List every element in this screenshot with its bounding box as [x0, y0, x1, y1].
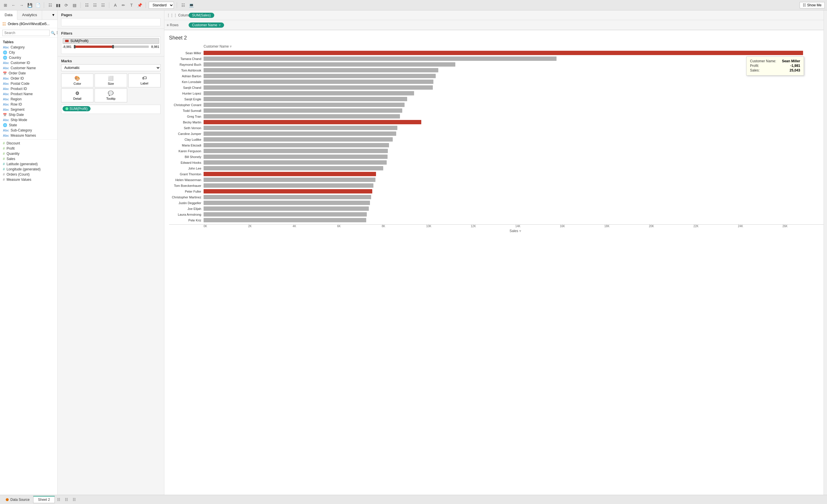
save-icon[interactable]: 💾: [27, 2, 33, 8]
sales-sort-icon[interactable]: ▿: [519, 229, 521, 233]
field-measure-names[interactable]: Abc Measure Names: [0, 133, 57, 138]
field-order-date[interactable]: 📅 Order Date: [0, 71, 57, 76]
export-sheet-icon[interactable]: ☷: [70, 497, 78, 503]
field-ship-date[interactable]: 📅 Ship Date: [0, 112, 57, 117]
duplicate-sheet-icon[interactable]: ☷: [62, 497, 70, 503]
field-product-name[interactable]: Abc Product Name: [0, 91, 57, 97]
bar-row[interactable]: Caroline Jumper: [169, 131, 827, 136]
highlight-icon[interactable]: ☷: [100, 2, 106, 8]
marks-size-btn[interactable]: ⬜ Size: [95, 73, 127, 87]
grid-icon[interactable]: ⊞: [2, 2, 9, 8]
marks-detail-btn[interactable]: ⚙ Detail: [61, 89, 93, 102]
bar-row[interactable]: Christopher Conant: [169, 102, 827, 108]
marks-label-btn[interactable]: 🏷 Label: [128, 73, 161, 87]
bar-row[interactable]: Raymond Buch: [169, 62, 827, 67]
field-orders-count[interactable]: # Orders (Count): [0, 172, 57, 177]
new-ds-icon[interactable]: ☷: [47, 2, 53, 8]
field-longitude[interactable]: # Longitude (generated): [0, 167, 57, 172]
bar-row[interactable]: Todd Sumrall: [169, 108, 827, 113]
data-source-tab[interactable]: Data Source: [2, 497, 33, 503]
save-as-icon[interactable]: 📄: [35, 2, 41, 8]
pause-icon[interactable]: ▮▮: [55, 2, 61, 8]
bar-row[interactable]: Ken Lonsdale: [169, 79, 827, 85]
tab-data[interactable]: Data: [0, 10, 17, 20]
bar-row[interactable]: Maria Etezadi: [169, 142, 827, 148]
bar-row[interactable]: Bill Shonely: [169, 154, 827, 159]
bar-row[interactable]: Edward Hooks: [169, 160, 827, 165]
bar-row[interactable]: Pete Kriz: [169, 217, 827, 223]
field-latitude[interactable]: # Latitude (generated): [0, 161, 57, 167]
standard-dropdown[interactable]: Standard: [149, 2, 174, 9]
bar-row[interactable]: Tom Boeckenhauer: [169, 183, 827, 188]
filter-right-handle[interactable]: [112, 45, 114, 48]
marks-profit-pill[interactable]: SUM(Profit): [62, 106, 91, 111]
add-sheet-icon[interactable]: ☷: [55, 497, 62, 503]
marks-tooltip-btn[interactable]: 💬 Tooltip: [95, 89, 127, 102]
sort-icon[interactable]: ☷: [92, 2, 98, 8]
bar-row[interactable]: Joe Elijah: [169, 206, 827, 211]
bar-row[interactable]: Sanjit Chand: [169, 85, 827, 90]
rows-pill[interactable]: Customer Name ▿: [189, 22, 224, 28]
search-input[interactable]: [2, 30, 50, 36]
field-row-id[interactable]: Abc Row ID: [0, 102, 57, 107]
field-measure-values[interactable]: # Measure Values: [0, 177, 57, 182]
duplicate-icon[interactable]: ▤: [71, 2, 78, 8]
columns-pill[interactable]: SUM(Sales): [189, 13, 214, 18]
bar-row[interactable]: Greg Tran: [169, 114, 827, 119]
bar-row[interactable]: Sanjit Engle: [169, 96, 827, 102]
bar-row[interactable]: Tamara Chand: [169, 56, 827, 61]
field-product-id[interactable]: Abc Product ID: [0, 86, 57, 91]
bar-row[interactable]: Helen Wasserman: [169, 177, 827, 183]
field-discount[interactable]: # Discount: [0, 141, 57, 146]
forward-icon[interactable]: →: [18, 2, 25, 8]
pin-icon[interactable]: 📌: [136, 2, 143, 8]
show-me-button[interactable]: ☷ Show Me: [799, 2, 825, 8]
field-region[interactable]: Abc Region: [0, 97, 57, 102]
left-tab-dropdown[interactable]: ▼: [49, 10, 57, 19]
bar-row[interactable]: John Lee: [169, 165, 827, 171]
field-state[interactable]: 🌐 State: [0, 122, 57, 128]
filter-pill-profit[interactable]: SUM(Profit): [62, 38, 159, 44]
field-order-id[interactable]: Abc Order ID: [0, 76, 57, 81]
tab-analytics[interactable]: Analytics: [17, 10, 42, 19]
annotation-icon[interactable]: ✏: [120, 2, 127, 8]
layout-icon[interactable]: ☷: [180, 2, 186, 8]
field-profit[interactable]: # Profit: [0, 146, 57, 151]
field-postal-code[interactable]: Abc Postal Code: [0, 81, 57, 86]
field-sales[interactable]: # Sales: [0, 156, 57, 161]
bar-row[interactable]: Tom Ashbrook: [169, 67, 827, 73]
customer-name-sort-icon[interactable]: ▿: [230, 44, 232, 48]
bar-row[interactable]: Laura Armstrong: [169, 212, 827, 217]
field-quantity[interactable]: # Quantity: [0, 151, 57, 156]
sheet2-tab[interactable]: Sheet 2: [33, 496, 55, 503]
marks-color-btn[interactable]: 🎨 Color: [61, 73, 93, 87]
field-category[interactable]: Abc Category: [0, 45, 57, 50]
bar-row[interactable]: Becky Martin: [169, 119, 827, 125]
label-icon[interactable]: A: [112, 2, 118, 8]
bar-row[interactable]: Karen Ferguson: [169, 148, 827, 154]
back-icon[interactable]: ←: [10, 2, 17, 8]
bar-row[interactable]: Grant Thornton: [169, 171, 827, 177]
field-customer-id[interactable]: Abc Customer ID: [0, 60, 57, 65]
bar-row[interactable]: Christopher Martinez: [169, 194, 827, 200]
marks-type-dropdown[interactable]: Automatic: [61, 64, 161, 71]
field-segment[interactable]: Abc Segment: [0, 107, 57, 112]
bar-row[interactable]: Seth Vernon: [169, 125, 827, 131]
refresh-icon[interactable]: ⟳: [63, 2, 69, 8]
device-icon[interactable]: 💻: [188, 2, 194, 8]
bar-row[interactable]: Justin Deggeller: [169, 200, 827, 206]
field-city[interactable]: 🌐 City: [0, 50, 57, 55]
chart-scrollbar[interactable]: [824, 10, 827, 495]
tooltip2-icon[interactable]: T: [128, 2, 135, 8]
bar-row[interactable]: Peter Fuller: [169, 189, 827, 194]
data-source-name[interactable]: Orders (8GnvVWvcdEei5...: [8, 22, 50, 26]
filter-left-handle[interactable]: [74, 45, 76, 48]
group-icon[interactable]: ☷: [84, 2, 90, 8]
field-customer-name[interactable]: Abc Customer Name: [0, 65, 57, 71]
bar-row[interactable]: Clay Ludtke: [169, 137, 827, 142]
bar-row[interactable]: Sean Miller: [169, 50, 827, 56]
bar-row[interactable]: Hunter Lopez: [169, 91, 827, 96]
bar-row[interactable]: Adrian Barton: [169, 73, 827, 79]
field-country[interactable]: 🌐 Country: [0, 55, 57, 60]
field-sub-category[interactable]: Abc Sub-Category: [0, 128, 57, 133]
